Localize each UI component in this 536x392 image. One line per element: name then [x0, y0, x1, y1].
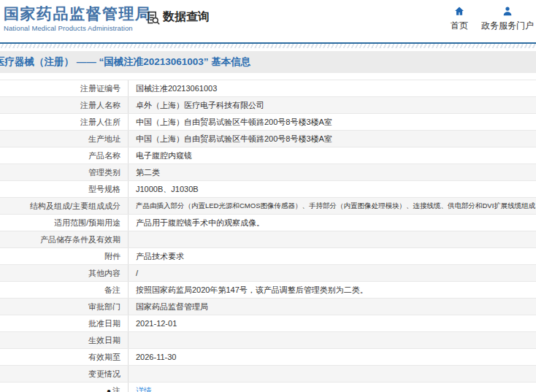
row-label: 其他内容 [0, 265, 129, 281]
note-bullet-icon: ● [107, 387, 111, 392]
row-label: 注册证编号 [0, 80, 129, 96]
data-query-header: 数据查询 [145, 9, 210, 25]
row-label: 结构及组成/主要组成成分 [0, 198, 129, 214]
row-label: 备注 [0, 282, 129, 298]
table-row: 适用范围/预期用途产品用于腹腔镜手术中的观察成像。 [0, 215, 536, 231]
row-value [129, 231, 536, 247]
data-query-title: 数据查询 [163, 9, 210, 25]
info-table: 注册证编号国械注准20213061003注册人名称卓外（上海）医疗电子科技有限公… [0, 80, 536, 392]
row-value: 国家药品监督管理局 [129, 299, 536, 315]
row-value: / [129, 265, 536, 281]
table-row: 注册人住所中国（上海）自由贸易试验区牛顿路200号8号楼3楼A室 [0, 114, 536, 131]
row-label: 变更情况 [0, 366, 129, 382]
row-label: 生效日期 [0, 332, 129, 348]
home-icon [453, 6, 465, 17]
table-row: 型号规格J1000B、J1030B [0, 181, 536, 198]
table-row: 生产地址中国（上海）自由贸易试验区牛顿路200号8号楼3楼A室 [0, 131, 536, 147]
row-label: 批准日期 [0, 315, 129, 331]
nav-home[interactable]: 首页 [445, 6, 474, 32]
row-value: 中国（上海）自由贸易试验区牛顿路200号8号楼3楼A室 [129, 114, 536, 130]
nav-portal-label: 政务服务门户 [481, 20, 534, 32]
row-value: 2021-12-01 [129, 315, 536, 331]
details-link[interactable]: 详情 [136, 386, 152, 392]
table-row: 变更情况 [0, 366, 536, 383]
site-header: 国家药品监督管理局 National Medical Products Admi… [0, 0, 536, 42]
row-label: 审批部门 [0, 299, 129, 315]
table-row: 附件产品技术要求 [0, 248, 536, 265]
table-row: 有效期至2026-11-30 [0, 349, 536, 366]
info-table-body: 注册证编号国械注准20213061003注册人名称卓外（上海）医疗电子科技有限公… [0, 80, 536, 392]
table-row: 其他内容/ [0, 265, 536, 282]
breadcrumb: 医疗器械（注册） —— “国械注准20213061003” 基本信息 [0, 55, 250, 69]
document-search-icon [145, 10, 160, 25]
table-row: 产品储存条件及有效期 [0, 231, 536, 248]
row-label: 适用范围/预期用途 [0, 215, 129, 231]
row-value: 第二类 [129, 164, 536, 180]
row-value [129, 332, 536, 348]
table-row: 管理类别第二类 [0, 164, 536, 181]
row-value: 2026-11-30 [129, 349, 536, 365]
row-value: 产品用于腹腔镜手术中的观察成像。 [129, 215, 536, 231]
row-value: J1000B、J1030B [129, 181, 536, 197]
row-value: 卓外（上海）医疗电子科技有限公司 [129, 97, 536, 113]
row-label: 注册人名称 [0, 97, 129, 113]
user-icon [502, 6, 513, 17]
site-title: 国家药品监督管理局 [4, 5, 152, 23]
row-label: 产品储存条件及有效期 [0, 231, 129, 247]
site-logo[interactable]: 国家药品监督管理局 National Medical Products Admi… [4, 5, 152, 32]
table-row: 审批部门国家药品监督管理局 [0, 299, 536, 315]
row-label: 产品名称 [0, 147, 129, 164]
row-label: 管理类别 [0, 164, 129, 180]
table-row: 生效日期 [0, 332, 536, 349]
table-row: ●注详情 [0, 383, 536, 392]
row-value: 国械注准20213061003 [129, 80, 536, 96]
table-row: 产品名称电子腹腔内窥镜 [0, 147, 536, 164]
table-row: 备注按照国家药监局2020年第147号，该产品调整后管理类别为二类。 [0, 282, 536, 299]
breadcrumb-bar: 医疗器械（注册） —— “国械注准20213061003” 基本信息 [0, 51, 536, 73]
row-value: 中国（上海）自由贸易试验区牛顿路200号8号楼3楼A室 [129, 131, 536, 147]
row-value: 产品技术要求 [129, 248, 536, 264]
row-value: 详情 [129, 383, 536, 392]
nav-portal[interactable]: 政务服务门户 [480, 6, 535, 32]
row-value [129, 366, 536, 382]
table-row: 结构及组成/主要组成成分产品由插入部分（内置LED光源和CMOS图像传感器）、手… [0, 198, 536, 215]
row-label: 生产地址 [0, 131, 129, 147]
row-value: 产品由插入部分（内置LED光源和CMOS图像传感器）、手持部分（内置图像处理模块… [129, 198, 536, 214]
row-label: ●注 [0, 383, 129, 392]
row-label: 有效期至 [0, 349, 129, 365]
site-subtitle: National Medical Products Administration [4, 24, 152, 32]
top-nav: 首页 政务服务门户 [445, 6, 535, 32]
row-value: 按照国家药监局2020年第147号，该产品调整后管理类别为二类。 [129, 282, 536, 298]
table-row: 注册证编号国械注准20213061003 [0, 80, 536, 97]
table-row: 批准日期2021-12-01 [0, 315, 536, 332]
row-value: 电子腹腔内窥镜 [129, 147, 536, 164]
row-label: 型号规格 [0, 181, 129, 197]
row-label: 附件 [0, 248, 129, 264]
nav-home-label: 首页 [451, 20, 468, 32]
table-row: 注册人名称卓外（上海）医疗电子科技有限公司 [0, 97, 536, 114]
row-label: 注册人住所 [0, 114, 129, 130]
